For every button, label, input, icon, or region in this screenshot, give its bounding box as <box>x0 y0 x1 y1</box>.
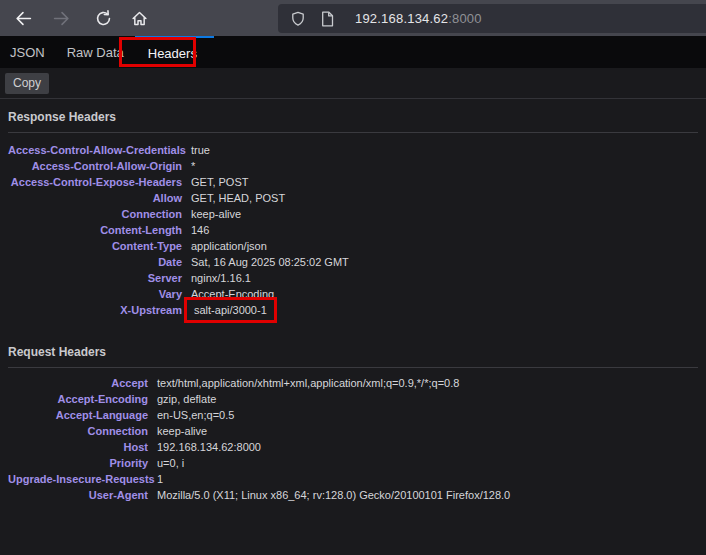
header-name: User-Agent <box>8 489 148 501</box>
header-row: Upgrade-Insecure-Requests1 <box>8 471 706 487</box>
header-name: Connection <box>8 425 148 437</box>
header-row: Accept-Languageen-US,en;q=0.5 <box>8 407 706 423</box>
headers-panel: Response Headers Access-Control-Allow-Cr… <box>0 99 706 555</box>
header-name: Connection <box>8 208 182 220</box>
copy-button[interactable]: Copy <box>5 73 49 94</box>
header-value: gzip, deflate <box>157 393 216 405</box>
header-row: Host192.168.134.62:8000 <box>8 439 706 455</box>
back-icon <box>15 10 32 27</box>
header-name: Content-Type <box>8 240 182 252</box>
header-row: Priorityu=0, i <box>8 455 706 471</box>
header-value: Sat, 16 Aug 2025 08:25:02 GMT <box>191 256 349 268</box>
tab-json[interactable]: JSON <box>0 36 56 68</box>
response-headers-title: Response Headers <box>8 110 698 133</box>
header-value: GET, HEAD, POST <box>191 192 285 204</box>
header-value: en-US,en;q=0.5 <box>157 409 234 421</box>
header-row: DateSat, 16 Aug 2025 08:25:02 GMT <box>8 254 706 270</box>
header-name: Date <box>8 256 182 268</box>
header-value: Mozilla/5.0 (X11; Linux x86_64; rv:128.0… <box>157 489 510 501</box>
header-name: Upgrade-Insecure-Requests <box>8 473 148 485</box>
header-value-annotated: salt-api/3000-1 <box>184 297 277 323</box>
forward-icon <box>53 10 70 27</box>
header-row: Access-Control-Allow-Credentialstrue <box>8 142 706 158</box>
header-value: 192.168.134.62:8000 <box>157 441 261 453</box>
header-row: Access-Control-Allow-Origin* <box>8 158 706 174</box>
reload-button[interactable] <box>88 4 118 32</box>
header-name: Accept <box>8 377 148 389</box>
header-row: Servernginx/1.16.1 <box>8 270 706 286</box>
request-headers-list: Accepttext/html,application/xhtml+xml,ap… <box>8 375 706 503</box>
header-value: GET, POST <box>191 176 248 188</box>
header-row: AllowGET, HEAD, POST <box>8 190 706 206</box>
tab-raw-data[interactable]: Raw Data <box>56 36 135 68</box>
tab-headers[interactable]: Headers <box>135 36 214 68</box>
header-row: Content-Typeapplication/json <box>8 238 706 254</box>
forward-button[interactable] <box>46 4 76 32</box>
url-port: :8000 <box>448 11 482 26</box>
response-headers-list: Access-Control-Allow-CredentialstrueAcce… <box>8 142 706 318</box>
header-name: Accept-Encoding <box>8 393 148 405</box>
header-name: Server <box>8 272 182 284</box>
back-button[interactable] <box>8 4 38 32</box>
header-row: Accept-Encodinggzip, deflate <box>8 391 706 407</box>
header-value: true <box>191 144 210 156</box>
header-row: Accepttext/html,application/xhtml+xml,ap… <box>8 375 706 391</box>
header-row: Content-Length146 <box>8 222 706 238</box>
header-value: keep-alive <box>157 425 207 437</box>
header-value: text/html,application/xhtml+xml,applicat… <box>157 377 459 389</box>
header-row: Connectionkeep-alive <box>8 206 706 222</box>
header-row: User-AgentMozilla/5.0 (X11; Linux x86_64… <box>8 487 706 503</box>
shield-icon[interactable] <box>290 11 306 27</box>
header-name: X-Upstream <box>8 304 182 316</box>
header-name: Access-Control-Expose-Headers <box>8 176 182 188</box>
request-headers-title: Request Headers <box>8 345 698 368</box>
url-bar[interactable]: 192.168.134.62:8000 <box>278 4 706 33</box>
header-row: VaryAccept-Encoding <box>8 286 706 302</box>
header-name: Content-Length <box>8 224 182 236</box>
header-value: * <box>191 160 195 172</box>
reload-icon <box>95 10 112 27</box>
header-name: Host <box>8 441 148 453</box>
header-name: Allow <box>8 192 182 204</box>
header-value: nginx/1.16.1 <box>191 272 251 284</box>
url-host: 192.168.134.62 <box>355 11 448 26</box>
header-row: Access-Control-Expose-HeadersGET, POST <box>8 174 706 190</box>
header-value: keep-alive <box>191 208 241 220</box>
home-button[interactable] <box>124 4 154 32</box>
header-value: u=0, i <box>157 457 184 469</box>
browser-toolbar: 192.168.134.62:8000 <box>0 0 706 36</box>
header-row: X-Upstreamsalt-api/3000-1 <box>8 302 706 318</box>
header-name: Priority <box>8 457 148 469</box>
home-icon <box>131 10 148 27</box>
page-icon[interactable] <box>320 11 335 27</box>
header-value: application/json <box>191 240 267 252</box>
header-row: Connectionkeep-alive <box>8 423 706 439</box>
header-value: 146 <box>191 224 209 236</box>
json-viewer-tabbar: JSON Raw Data Headers <box>0 36 706 68</box>
header-name: Accept-Language <box>8 409 148 421</box>
header-name: Vary <box>8 288 182 300</box>
header-value: 1 <box>157 473 163 485</box>
header-name: Access-Control-Allow-Credentials <box>8 144 182 156</box>
url-text: 192.168.134.62:8000 <box>355 11 482 26</box>
headers-toolbar: Copy <box>0 68 706 99</box>
header-name: Access-Control-Allow-Origin <box>8 160 182 172</box>
